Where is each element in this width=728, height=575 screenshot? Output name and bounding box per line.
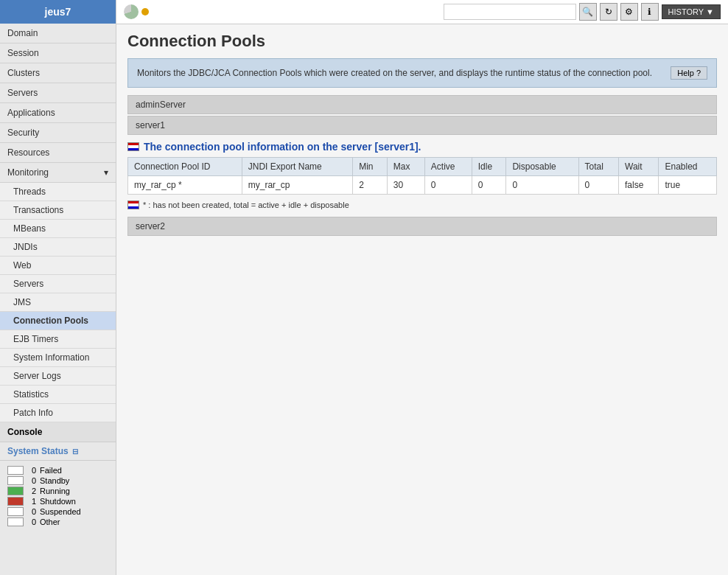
sidebar-item-system-information[interactable]: System Information — [0, 349, 116, 367]
sidebar-monitoring-section[interactable]: Monitoring ▾ — [0, 163, 116, 183]
cell-min: 2 — [353, 176, 388, 195]
suspended-label: Suspended — [40, 507, 81, 516]
failed-label: Failed — [40, 466, 62, 475]
standby-count: 0 — [27, 476, 36, 485]
server2-header: server2 — [127, 217, 717, 236]
col-active: Active — [424, 158, 472, 176]
sidebar-item-statistics[interactable]: Statistics — [0, 386, 116, 404]
cell-idle: 0 — [472, 176, 506, 195]
admin-server-header: adminServer — [127, 95, 717, 114]
sidebar-item-jms[interactable]: JMS — [0, 293, 116, 312]
status-other: 0 Other — [7, 518, 108, 526]
global-search-input[interactable] — [444, 4, 576, 20]
table-row: my_rar_cp * my_rar_cp 2 30 0 0 0 0 false… — [128, 176, 717, 195]
col-pool-id: Connection Pool ID — [128, 158, 242, 176]
sidebar-item-session[interactable]: Session — [0, 43, 116, 63]
cell-pool-id: my_rar_cp * — [128, 176, 242, 195]
failed-count: 0 — [27, 466, 36, 475]
sidebar-item-jndis[interactable]: JNDIs — [0, 238, 116, 257]
suspended-count: 0 — [27, 507, 36, 516]
cell-max: 30 — [387, 176, 424, 195]
server1-title-text: The connection pool information on the s… — [144, 141, 421, 153]
sidebar-item-clusters[interactable]: Clusters — [0, 63, 116, 83]
info-button[interactable]: ℹ — [641, 3, 659, 21]
status-suspended: 0 Suspended — [7, 507, 108, 516]
running-indicator — [7, 487, 24, 495]
col-wait: Wait — [619, 158, 659, 176]
sidebar-item-connection-pools[interactable]: Connection Pools — [0, 312, 116, 330]
flag-icon — [127, 142, 139, 151]
sidebar-item-security[interactable]: Security — [0, 123, 116, 143]
cell-jndi: my_rar_cp — [242, 176, 352, 195]
standby-indicator — [7, 476, 24, 485]
sidebar-item-ejb-timers[interactable]: EJB Timers — [0, 330, 116, 349]
monitoring-toggle-icon: ▾ — [104, 167, 108, 178]
sidebar-item-servers[interactable]: Servers — [0, 83, 116, 103]
system-status-icon: ⊟ — [72, 447, 78, 456]
content-area: Connection Pools Monitors the JDBC/JCA C… — [116, 24, 728, 575]
cell-enabled: true — [659, 176, 717, 195]
shutdown-count: 1 — [27, 497, 36, 506]
cell-active: 0 — [424, 176, 472, 195]
sidebar-item-mbeans[interactable]: MBeans — [0, 220, 116, 238]
running-label: Running — [40, 487, 70, 495]
legend-flag-icon — [127, 201, 139, 209]
cell-disposable: 0 — [506, 176, 578, 195]
shutdown-indicator — [7, 497, 24, 506]
status-standby: 0 Standby — [7, 476, 108, 485]
history-button[interactable]: HISTORY ▼ — [662, 4, 721, 19]
cell-total: 0 — [578, 176, 618, 195]
other-label: Other — [40, 518, 60, 526]
sidebar-item-threads[interactable]: Threads — [0, 183, 116, 201]
console-label: Console — [0, 422, 116, 442]
loader — [124, 4, 149, 19]
col-enabled: Enabled — [659, 158, 717, 176]
monitoring-label: Monitoring — [7, 167, 49, 178]
sidebar-item-server-logs[interactable]: Server Logs — [0, 367, 116, 386]
help-button[interactable]: Help ? — [671, 66, 707, 80]
top-bar: 🔍 ↻ ⚙ ℹ HISTORY ▼ — [116, 0, 728, 24]
col-disposable: Disposable — [506, 158, 578, 176]
col-max: Max — [387, 158, 424, 176]
connection-pools-table: Connection Pool ID JNDI Export Name Min … — [127, 157, 717, 195]
sidebar-item-applications[interactable]: Applications — [0, 103, 116, 123]
status-failed: 0 Failed — [7, 466, 108, 475]
info-text: Monitors the JDBC/JCA Connection Pools w… — [137, 66, 663, 80]
loader-dot — [141, 8, 149, 15]
standby-label: Standby — [40, 476, 69, 485]
status-shutdown: 1 Shutdown — [7, 497, 108, 506]
settings-button[interactable]: ⚙ — [620, 3, 638, 21]
legend-label: * : has not been created, total = active… — [143, 201, 349, 209]
history-arrow-icon: ▼ — [706, 7, 714, 16]
sidebar-item-patch-info[interactable]: Patch Info — [0, 404, 116, 422]
system-status-label: System Status — [7, 446, 69, 456]
col-min: Min — [353, 158, 388, 176]
legend-text: * : has not been created, total = active… — [127, 201, 717, 209]
history-label: HISTORY — [668, 7, 704, 16]
status-running: 2 Running — [7, 487, 108, 495]
other-count: 0 — [27, 518, 36, 526]
other-indicator — [7, 518, 24, 526]
running-count: 2 — [27, 487, 36, 495]
failed-indicator — [7, 466, 24, 475]
server1-header: server1 — [127, 116, 717, 135]
system-status-header: System Status ⊟ — [0, 442, 116, 461]
sidebar-username: jeus7 — [0, 0, 116, 24]
info-box: Monitors the JDBC/JCA Connection Pools w… — [127, 58, 717, 88]
loader-circle — [124, 4, 139, 19]
sidebar-item-web[interactable]: Web — [0, 257, 116, 275]
suspended-indicator — [7, 507, 24, 516]
server1-section-title: The connection pool information on the s… — [127, 141, 717, 153]
col-idle: Idle — [472, 158, 506, 176]
col-total: Total — [578, 158, 618, 176]
col-jndi: JNDI Export Name — [242, 158, 352, 176]
refresh-button[interactable]: ↻ — [600, 3, 617, 21]
sidebar-item-domain[interactable]: Domain — [0, 24, 116, 43]
sidebar-item-resources[interactable]: Resources — [0, 143, 116, 163]
status-list: 0 Failed 0 Standby 2 Running 1 Shutdown … — [0, 461, 116, 532]
page-title: Connection Pools — [127, 32, 717, 51]
sidebar-item-transactions[interactable]: Transactions — [0, 201, 116, 220]
sidebar-item-servers-mon[interactable]: Servers — [0, 275, 116, 293]
search-button[interactable]: 🔍 — [579, 3, 597, 21]
cell-wait: false — [619, 176, 659, 195]
